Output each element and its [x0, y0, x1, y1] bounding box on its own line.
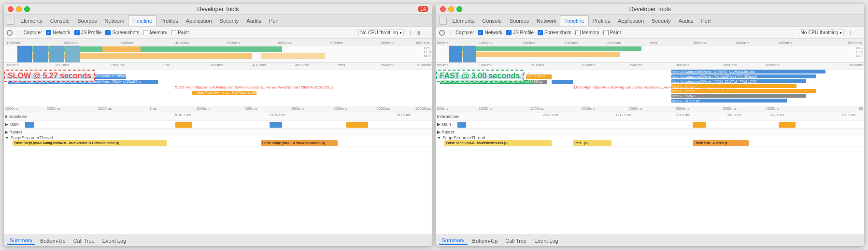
left-tab-application[interactable]: Application — [182, 16, 216, 26]
right-network-check[interactable]: ✓ Network — [478, 30, 502, 35]
left-timing-3: 567.9 ms — [397, 113, 411, 117]
left-raster-label: ▶ Raster — [4, 130, 22, 134]
left-tab-network[interactable]: Network — [101, 16, 128, 26]
right-tab-perf[interactable]: Perf — [697, 16, 714, 26]
right-record-button[interactable] — [439, 30, 445, 36]
record-icon — [439, 30, 445, 36]
left-network-check[interactable]: ✓ Network — [46, 30, 71, 35]
right-bottom-bottom-up[interactable]: Bottom-Up — [470, 237, 501, 245]
right-screenshots-check[interactable]: ✓ Screenshots — [538, 30, 571, 35]
ruler-tick-5000: 5000ms — [227, 41, 240, 45]
right-network-rows: 500ms 1000ms 1500ms 2000ms 2500ms 3000ms… — [436, 63, 865, 106]
right-ruler-1500: 1500ms — [522, 41, 535, 45]
right-tab-console[interactable]: Console — [478, 16, 505, 26]
left-interactions-label: Interactions — [4, 114, 28, 119]
jsprofile-checkbox-r[interactable]: ✓ — [506, 30, 512, 35]
jsprofile-checkbox[interactable]: ✓ — [74, 30, 80, 35]
right-memory-check[interactable]: Memory — [575, 30, 599, 35]
left-tab-profiles[interactable]: Profiles — [157, 16, 182, 26]
fast-callout: FAST @ 3.00 seconds — [436, 70, 524, 82]
right-tab-network[interactable]: Network — [533, 16, 560, 26]
right-bottom-summary[interactable]: Summary — [439, 236, 468, 245]
left-tab-sources[interactable]: Sources — [73, 16, 100, 26]
right-tab-security[interactable]: Security — [648, 16, 675, 26]
right-overview-chart: FPS CPU NET — [436, 45, 865, 62]
left-more-icon[interactable]: ⋮ — [425, 30, 429, 35]
right-bottom-call-tree[interactable]: Call Tree — [502, 237, 529, 245]
right-tab-elements[interactable]: Elements — [449, 16, 479, 26]
right-tab-sources[interactable]: Sources — [506, 16, 533, 26]
network-checkbox[interactable]: ✓ — [46, 30, 51, 35]
left-bottom-bottom-up[interactable]: Bottom-Up — [37, 237, 69, 245]
right-paint-check[interactable]: Paint — [603, 30, 621, 35]
fps-label: FPS — [424, 46, 431, 50]
right-raster-label: ▶ Raster — [436, 130, 455, 134]
right-jsprofile-check[interactable]: ✓ JS Profile — [506, 30, 534, 35]
left-minimize-button[interactable] — [16, 6, 22, 12]
main-bar-3 — [270, 122, 283, 128]
right-more-icon[interactable]: ⋮ — [857, 30, 861, 35]
left-toolbar: | Capture: ✓ Network ✓ JS Profile ✓ Scre… — [4, 27, 432, 39]
right-maximize-button[interactable] — [456, 6, 462, 12]
left-script-label: ▼ ScriptStreamerThread — [4, 135, 53, 140]
right-main-bar-2 — [693, 122, 706, 128]
left-maximize-button[interactable] — [24, 6, 30, 12]
right-side-bar-3: https://o.twimg.com/2/prox...Y05M_Z1lY7g… — [671, 79, 806, 83]
right-devtools-window: Developer Tools Elements Console Sources… — [436, 4, 865, 246]
left-trash-icon[interactable]: 🗑 — [417, 30, 421, 35]
right-detail-ruler: 500ms 1000ms 1500ms 2000ms 2500ms 3000ms… — [436, 63, 865, 70]
right-minimize-button[interactable] — [448, 6, 454, 12]
right-close-button[interactable] — [440, 6, 446, 12]
right-script-block-1: Parse Script (ma-0...558cf96edef1a53.js) — [444, 140, 552, 146]
left-throttle-select[interactable]: No CPU throttling ▾ — [358, 29, 404, 36]
left-bottom-event-log[interactable]: Event Log — [100, 237, 129, 245]
right-timing-2: 1212.9 ms — [616, 113, 632, 117]
paint-checkbox-r[interactable] — [603, 30, 609, 35]
right-ruler-3500: 3500ms — [693, 41, 706, 45]
ruler-tick-2000: 2000ms — [64, 41, 77, 45]
ruler-tick-6000: 6000ms — [278, 41, 291, 45]
screenshots-checkbox[interactable]: ✓ — [105, 30, 111, 35]
right-interactions-label: Interactions — [436, 114, 460, 119]
right-side-bar-2: https://o.twimg.com/2/prox...7v1INaCRfsa… — [671, 74, 816, 78]
left-paint-check[interactable]: Paint — [171, 30, 189, 35]
left-detail-ruler: 1000ms 2000ms 2500ms 3ms 3500ms 4000ms 4… — [4, 63, 432, 70]
memory-checkbox[interactable] — [143, 30, 148, 35]
right-ruler-2000: 2000ms — [564, 41, 578, 45]
paint-checkbox[interactable] — [171, 30, 176, 35]
memory-checkbox-r[interactable] — [575, 30, 581, 35]
right-tab-application[interactable]: Application — [614, 16, 648, 26]
left-tab-audits[interactable]: Audits — [242, 16, 265, 26]
left-record-button[interactable] — [7, 30, 13, 36]
right-tab-timeline[interactable]: Timeline — [560, 15, 588, 26]
left-side-labels: FPS CPU NET — [424, 46, 431, 58]
right-throttle-select[interactable]: No CPU throttling ▾ — [799, 29, 844, 36]
left-tab-timeline[interactable]: Timeline — [128, 15, 157, 26]
right-side-bar-6: https://...soc=-1 — [671, 94, 806, 98]
left-tab-elements[interactable]: Elements — [16, 16, 46, 26]
left-tab-console[interactable]: Console — [46, 16, 73, 26]
left-devtools-window: Developer Tools 14 Elements Console Sour… — [4, 4, 432, 246]
left-timing-annotation: 5.27s High https://ma-0.twimg.com/twitte… — [175, 85, 334, 89]
screenshots-checkbox-r[interactable]: ✓ — [538, 30, 543, 35]
left-network-rows: 1000ms 2000ms 2500ms 3ms 3500ms 4000ms 4… — [4, 63, 432, 106]
network-checkbox-r[interactable]: ✓ — [478, 30, 483, 35]
left-jsprofile-check[interactable]: ✓ JS Profile — [74, 30, 102, 35]
right-dock-icon[interactable] — [439, 17, 447, 25]
left-close-button[interactable] — [8, 6, 14, 12]
right-ruler-5000: 5000ms — [848, 41, 862, 45]
right-script-section: ▼ ScriptStreamerThread Parse Script (ma-… — [436, 134, 865, 147]
left-dock-icon[interactable] — [7, 17, 14, 25]
left-memory-check[interactable]: Memory — [143, 30, 167, 35]
left-tab-perf[interactable]: Perf — [265, 16, 283, 26]
main-bar-4 — [346, 122, 368, 128]
right-tab-audits[interactable]: Audits — [675, 16, 697, 26]
right-bottom-event-log[interactable]: Event Log — [531, 237, 561, 245]
left-tab-security[interactable]: Security — [216, 16, 243, 26]
left-bottom-summary[interactable]: Summary — [7, 236, 35, 245]
left-bottom-call-tree[interactable]: Call Tree — [71, 237, 98, 245]
ruler-tick-8000: 8000ms — [381, 41, 394, 45]
left-screenshots-check[interactable]: ✓ Screenshots — [105, 30, 139, 35]
right-ruler-3ms: 3ms — [650, 41, 657, 45]
right-tab-profiles[interactable]: Profiles — [589, 16, 614, 26]
